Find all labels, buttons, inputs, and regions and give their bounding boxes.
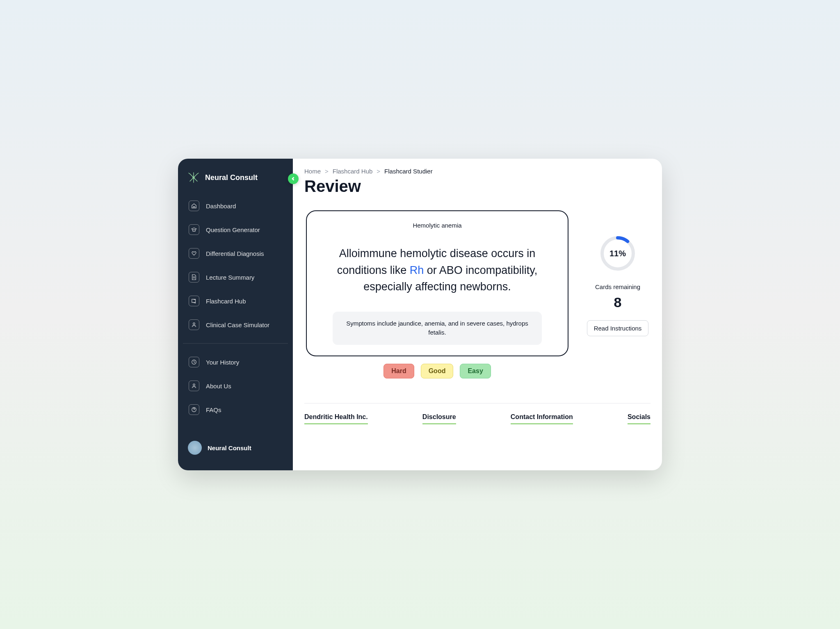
rating-good-button[interactable]: Good <box>421 364 454 378</box>
content-row: Hemolytic anemia Alloimmune hemolytic di… <box>304 210 651 378</box>
rating-row: Hard Good Easy <box>383 364 491 378</box>
brand-name: Neural Consult <box>205 173 258 182</box>
help-icon <box>189 404 199 415</box>
nav-label: Lecture Summary <box>206 274 254 281</box>
footer-col-contact: Contact Information <box>511 413 573 424</box>
progress-ring: 11% <box>599 235 636 272</box>
breadcrumb-current: Flashcard Studier <box>384 168 433 175</box>
nav-label: Differential Diagnosis <box>206 250 264 257</box>
sidebar-footer: Neural Consult <box>178 435 293 460</box>
nav-label: Question Generator <box>206 226 260 233</box>
svg-point-8 <box>193 177 194 178</box>
breadcrumb: Home > Flashcard Hub > Flashcard Studier <box>304 168 651 175</box>
progress-percent: 11% <box>609 249 626 258</box>
avatar <box>188 441 202 455</box>
card-body: Alloimmune hemolytic disease occurs in c… <box>320 245 555 295</box>
breadcrumb-home[interactable]: Home <box>304 168 321 175</box>
remaining-label: Cards remaining <box>595 283 640 290</box>
logo-section: Neural Consult <box>178 169 293 195</box>
remaining-value: 8 <box>614 294 622 310</box>
breadcrumb-separator: > <box>325 168 329 175</box>
page-title: Review <box>304 177 651 196</box>
nav-label: Your History <box>206 359 239 366</box>
card-body-highlight: Rh <box>410 264 424 276</box>
neuron-icon <box>188 172 199 183</box>
sidebar-collapse-button[interactable] <box>288 173 299 184</box>
card-note: Symptoms include jaundice, anemia, and i… <box>333 312 542 345</box>
footer-heading: Socials <box>628 413 651 424</box>
sidebar: Neural Consult Dashboard Question Genera… <box>178 159 293 470</box>
nav-label: FAQs <box>206 406 221 413</box>
nav-label: About Us <box>206 383 231 390</box>
nav-secondary: Your History About Us FAQs <box>178 351 293 421</box>
sidebar-item-clinical-case-simulator[interactable]: Clinical Case Simulator <box>183 314 288 336</box>
history-icon <box>189 357 199 367</box>
breadcrumb-separator: > <box>377 168 380 175</box>
nav-label: Clinical Case Simulator <box>206 321 269 328</box>
main-content: Home > Flashcard Hub > Flashcard Studier… <box>293 159 662 470</box>
footer-brand-name: Neural Consult <box>208 444 251 451</box>
footer-heading: Dendritic Health Inc. <box>304 413 368 424</box>
heart-icon <box>189 248 199 259</box>
graduation-icon <box>189 224 199 235</box>
svg-line-7 <box>197 173 199 174</box>
chevron-left-icon <box>291 177 295 181</box>
rating-easy-button[interactable]: Easy <box>460 364 491 378</box>
footer-col-company: Dendritic Health Inc. <box>304 413 368 424</box>
sidebar-item-flashcard-hub[interactable]: Flashcard Hub <box>183 290 288 312</box>
document-icon <box>189 272 199 283</box>
footer-heading: Disclosure <box>422 413 456 424</box>
svg-point-11 <box>193 384 195 385</box>
rating-hard-button[interactable]: Hard <box>383 364 414 378</box>
read-instructions-button[interactable]: Read Instructions <box>587 320 649 336</box>
flashcard: Hemolytic anemia Alloimmune hemolytic di… <box>306 210 568 356</box>
sidebar-item-your-history[interactable]: Your History <box>183 351 288 373</box>
svg-point-9 <box>193 323 195 324</box>
sidebar-item-dashboard[interactable]: Dashboard <box>183 195 288 217</box>
nav-label: Dashboard <box>206 203 236 210</box>
stats-panel: 11% Cards remaining 8 Read Instructions <box>585 210 651 336</box>
person-icon <box>189 319 199 330</box>
page-footer: Dendritic Health Inc. Disclosure Contact… <box>304 403 651 424</box>
card-topic: Hemolytic anemia <box>413 222 461 229</box>
footer-heading: Contact Information <box>511 413 573 424</box>
sidebar-item-question-generator[interactable]: Question Generator <box>183 219 288 241</box>
footer-col-socials: Socials <box>628 413 651 424</box>
sidebar-item-faqs[interactable]: FAQs <box>183 399 288 421</box>
footer-col-disclosure: Disclosure <box>422 413 456 424</box>
nav-divider <box>183 343 288 344</box>
flashcard-icon <box>189 296 199 306</box>
home-icon <box>189 201 199 211</box>
nav-label: Flashcard Hub <box>206 298 246 305</box>
app-window: Neural Consult Dashboard Question Genera… <box>178 159 662 470</box>
sidebar-item-lecture-summary[interactable]: Lecture Summary <box>183 266 288 288</box>
nav-primary: Dashboard Question Generator Differentia… <box>178 195 293 336</box>
card-column: Hemolytic anemia Alloimmune hemolytic di… <box>304 210 570 378</box>
sidebar-item-differential-diagnosis[interactable]: Differential Diagnosis <box>183 242 288 264</box>
breadcrumb-flashcard-hub[interactable]: Flashcard Hub <box>333 168 373 175</box>
svg-line-6 <box>189 173 190 174</box>
about-icon <box>189 381 199 391</box>
sidebar-item-about-us[interactable]: About Us <box>183 375 288 397</box>
